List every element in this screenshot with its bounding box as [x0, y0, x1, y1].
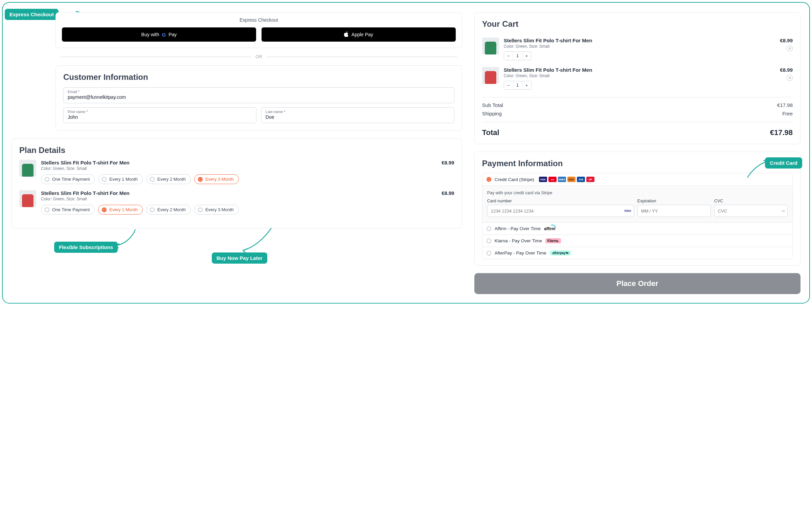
plan-option-pill[interactable]: One Time Payment: [41, 205, 95, 215]
email-field-wrap[interactable]: Email *: [63, 87, 454, 103]
cvc-label: CVC: [714, 199, 788, 203]
or-divider: OR: [56, 54, 462, 59]
cart-card: Your Cart Stellers Slim Fit Polo T-shirt…: [474, 12, 800, 144]
product-thumb: [482, 38, 499, 55]
plan-option-pill[interactable]: Every 1 Month: [98, 205, 143, 215]
cart-item-price: €8.99: [780, 67, 793, 73]
callout-credit-card: Credit Card: [765, 157, 802, 169]
plan-option-pill[interactable]: Every 3 Month: [194, 174, 239, 184]
product-thumb: [482, 67, 499, 84]
apple-pay-label: Apple Pay: [351, 32, 373, 37]
plan-option-pill[interactable]: Every 1 Month: [98, 174, 143, 184]
visa-icon: VISA: [624, 209, 631, 213]
qty-increment[interactable]: +: [522, 52, 531, 60]
email-label: Email *: [68, 90, 450, 94]
last-name-label: Last name *: [265, 110, 450, 114]
radio-icon: [150, 177, 155, 182]
plan-option-label: One Time Payment: [52, 207, 90, 212]
cart-item-price: €8.99: [780, 38, 793, 43]
plan-option-pill[interactable]: Every 2 Month: [146, 205, 191, 215]
payment-option-label: Credit Card (Stripe): [495, 177, 534, 182]
expiration-input[interactable]: [637, 205, 711, 217]
payment-option-afterpay[interactable]: AfterPay - Pay Over Time afterpay⇆: [482, 247, 792, 259]
radio-icon: [487, 226, 491, 231]
first-name-input[interactable]: [68, 114, 252, 120]
klarna-icon: Klarna.: [546, 238, 561, 243]
plan-option-pill[interactable]: One Time Payment: [41, 174, 95, 184]
subtotal-row: Sub Total€17.98: [482, 101, 793, 109]
remove-item-button[interactable]: ✕: [787, 75, 793, 81]
card-number-input[interactable]: [487, 205, 634, 217]
plan-option-pill[interactable]: Every 3 Month: [194, 205, 239, 215]
last-name-input[interactable]: [265, 114, 450, 120]
qty-increment[interactable]: +: [522, 81, 531, 89]
card-number-label: Card number: [487, 199, 634, 203]
plan-option-label: Every 1 Month: [109, 177, 138, 182]
quantity-stepper[interactable]: − 1 +: [504, 81, 532, 90]
stripe-detail: Pay with your credit card via Stripe Car…: [482, 185, 792, 222]
plan-option-label: Every 1 Month: [109, 207, 138, 212]
payment-option-klarna[interactable]: Klarna - Pay Over Time Klarna.: [482, 234, 792, 247]
customer-info-title: Customer Information: [63, 72, 454, 82]
plan-details-title: Plan Details: [19, 145, 454, 155]
payment-option-stripe[interactable]: Credit Card (Stripe) VISA●●AMEXDISCJCBUP: [482, 173, 792, 185]
qty-decrement[interactable]: −: [504, 81, 513, 89]
cart-item-meta: Color: Green, Size: Small: [504, 44, 775, 49]
payment-option-affirm[interactable]: Affirm - Pay Over Time affirm: [482, 222, 792, 234]
stripe-note: Pay with your credit card via Stripe: [487, 190, 788, 195]
plan-item-price: €8.99: [441, 160, 454, 171]
radio-icon: [102, 177, 106, 182]
quantity-stepper[interactable]: − 1 +: [504, 52, 532, 60]
apple-pay-button[interactable]: Apple Pay: [262, 27, 456, 42]
cart-item: Stellers Slim Fit Polo T-shirt For Men C…: [482, 34, 793, 63]
plan-item: Stellers Slim Fit Polo T-shirt For Men C…: [19, 190, 454, 215]
radio-icon: [487, 239, 491, 243]
last-name-field-wrap[interactable]: Last name *: [261, 107, 454, 123]
plan-item-name: Stellers Slim Fit Polo T-shirt For Men: [41, 190, 130, 196]
payment-option-label: AfterPay - Pay Over Time: [495, 250, 547, 256]
place-order-button[interactable]: Place Order: [474, 273, 800, 294]
radio-icon: [150, 207, 155, 212]
payment-option-label: Klarna - Pay Over Time: [495, 238, 542, 243]
expiration-label: Expiration: [637, 199, 711, 203]
card-brand-badges: VISA●●AMEXDISCJCBUP: [539, 177, 594, 182]
afterpay-icon: afterpay⇆: [550, 250, 571, 256]
express-checkout-card: Express Checkout Buy with G Pay Apple Pa…: [56, 12, 462, 48]
radio-icon: [487, 177, 491, 182]
plan-item-price: €8.99: [441, 190, 454, 201]
plan-option-label: Every 3 Month: [205, 177, 234, 182]
first-name-field-wrap[interactable]: First name *: [63, 107, 257, 123]
payment-title: Payment Information: [482, 159, 793, 168]
cart-item: Stellers Slim Fit Polo T-shirt For Men C…: [482, 63, 793, 93]
qty-value: 1: [513, 81, 522, 89]
cvc-input[interactable]: [714, 205, 788, 217]
gpay-brand-text: Pay: [169, 32, 177, 37]
shipping-row: ShippingFree: [482, 109, 793, 118]
gpay-prefix: Buy with: [142, 32, 159, 37]
email-input[interactable]: [68, 95, 450, 100]
qty-value: 1: [513, 52, 522, 60]
plan-option-label: One Time Payment: [52, 177, 90, 182]
payment-option-label: Affirm - Pay Over Time: [495, 226, 541, 231]
radio-icon: [45, 177, 49, 182]
cart-item-meta: Color: Green, Size: Small: [504, 73, 775, 78]
radio-icon: [487, 251, 491, 256]
apple-icon: [344, 31, 349, 38]
plan-option-pill[interactable]: Every 2 Month: [146, 174, 191, 184]
total-row: Total€17.98: [482, 126, 793, 137]
cart-title: Your Cart: [482, 19, 793, 29]
radio-icon: [198, 177, 203, 182]
radio-icon: [102, 207, 106, 212]
gpay-icon: G: [162, 32, 166, 38]
payment-card: Payment Information Credit Card Credit C…: [474, 152, 800, 266]
remove-item-button[interactable]: ✕: [787, 45, 793, 52]
card-back-icon: ▭: [782, 209, 785, 213]
product-thumb: [19, 190, 36, 207]
plan-item: Stellers Slim Fit Polo T-shirt For Men C…: [19, 160, 454, 184]
gpay-button[interactable]: Buy with G Pay: [62, 27, 256, 42]
radio-icon: [198, 207, 203, 212]
cart-item-name: Stellers Slim Fit Polo T-shirt For Men: [504, 38, 775, 43]
product-thumb: [19, 160, 36, 177]
qty-decrement[interactable]: −: [504, 52, 513, 60]
callout-flexible-subscriptions: Flexible Subscriptions: [54, 242, 118, 253]
